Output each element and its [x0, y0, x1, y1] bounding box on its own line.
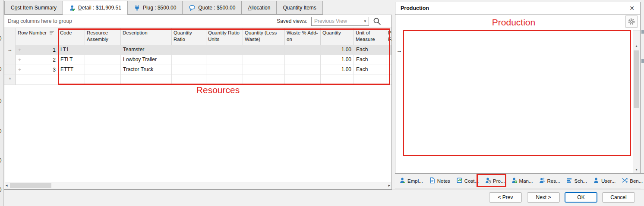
grid-cell[interactable]	[58, 75, 85, 85]
grid-cell[interactable]	[121, 75, 172, 85]
column-header-quantity-ratio-units[interactable]: Quantity Ratio Units	[206, 28, 243, 45]
column-header-pr-fa[interactable]: Pr Fa	[386, 28, 391, 45]
scroll-down-icon[interactable]: ▾	[633, 168, 640, 172]
grid-row[interactable]: →+1LT1Teamster1.00Each	[4, 45, 391, 55]
grid-cell[interactable]	[243, 75, 285, 85]
grid-cell[interactable]	[386, 75, 391, 85]
column-header-quantity-ratio[interactable]: Quantity Ratio	[172, 28, 206, 45]
grid-cell[interactable]	[172, 75, 206, 85]
grid-cell[interactable]: 1.00	[321, 55, 354, 65]
column-header-description[interactable]: Description	[121, 28, 172, 45]
tab-quantity-items[interactable]: Quantity Items	[276, 1, 322, 15]
grid-cell[interactable]	[386, 55, 391, 65]
column-header-quantity[interactable]: Quantity	[321, 28, 354, 45]
grid-cell[interactable]: +3	[16, 65, 58, 75]
toolbar-button-empl[interactable]: Empl...	[397, 176, 426, 186]
grid-cell[interactable]	[321, 75, 354, 85]
grid-cell[interactable]	[206, 45, 243, 55]
grid-row[interactable]: *	[4, 75, 391, 85]
expand-icon[interactable]: +	[18, 57, 21, 63]
scrollbar-thumb[interactable]	[634, 50, 639, 108]
grid-cell[interactable]	[16, 75, 58, 85]
grid-cell[interactable]: +1	[16, 45, 58, 55]
grid-cell[interactable]: ETLT	[58, 55, 85, 65]
grid-cell[interactable]	[285, 65, 321, 75]
grid-cell[interactable]	[386, 45, 391, 55]
search-icon[interactable]	[373, 17, 381, 25]
grid-cell[interactable]: 1.00	[321, 65, 354, 75]
expand-icon[interactable]: +	[18, 47, 21, 53]
benchmark-icon	[622, 177, 628, 184]
grid-cell[interactable]	[172, 45, 206, 55]
gear-icon[interactable]	[625, 16, 638, 28]
scroll-left-icon[interactable]: ◂	[6, 183, 8, 187]
grid-row[interactable]: +2ETLTLowboy Trailer1.00Each	[4, 55, 391, 65]
window-edge-fragment: e)	[0, 98, 2, 103]
grid-cell[interactable]	[285, 55, 321, 65]
grid-cell[interactable]: Each	[354, 45, 386, 55]
grid-cell[interactable]	[85, 75, 121, 85]
grid-cell[interactable]: Teamster	[121, 45, 172, 55]
column-header-quantity-less-waste[interactable]: Quantity (Less Waste)	[243, 28, 285, 45]
toolbar-button-res[interactable]: Res...	[537, 176, 563, 186]
column-header-waste-add-on[interactable]: Waste % Add-on	[285, 28, 321, 45]
grid-cell[interactable]: ETTT	[58, 65, 85, 75]
sort-icon[interactable]	[49, 31, 55, 36]
expand-icon[interactable]: +	[18, 67, 21, 73]
grid-cell[interactable]	[172, 65, 206, 75]
chevron-down-icon[interactable]: ▾	[364, 19, 366, 23]
tab-allocation[interactable]: Allocation	[241, 1, 276, 15]
cancel-button[interactable]: Cancel	[602, 192, 635, 203]
grid-cell[interactable]: +2	[16, 55, 58, 65]
grid-cell[interactable]	[243, 65, 285, 75]
tab-plug-500-00[interactable]: Plug : $500.00	[127, 1, 182, 15]
column-header-resource-assembly[interactable]: Resource Assembly	[85, 28, 121, 45]
scroll-right-icon[interactable]: ▸	[388, 183, 390, 187]
column-header-row-number[interactable]: Row Number	[16, 28, 58, 45]
toolbar-button-man[interactable]: Man...	[508, 176, 536, 186]
grid-cell[interactable]: Tractor Truck	[121, 65, 172, 75]
tab-bar: Cost Item SummaryDetail : $11,909.51Plug…	[4, 1, 323, 15]
close-icon[interactable]: ✕	[629, 5, 635, 12]
grid-cell[interactable]	[85, 55, 121, 65]
detail-panel: Drag columns here to group Saved views: …	[4, 15, 392, 190]
scroll-up-icon[interactable]: ▴	[633, 44, 640, 48]
toolbar-button-sch[interactable]: Sch...	[564, 176, 590, 186]
toolbar-button-pro[interactable]: Pro...	[482, 176, 507, 186]
grid-cell[interactable]	[85, 45, 121, 55]
tab-cost-item-summary[interactable]: Cost Item Summary	[4, 1, 63, 15]
grid-cell[interactable]	[285, 45, 321, 55]
toolbar-button-notes[interactable]: Notes	[426, 176, 453, 186]
prev-button[interactable]: < Prev	[489, 192, 522, 203]
grid-cell[interactable]	[386, 65, 391, 75]
column-header-code[interactable]: Code	[58, 28, 85, 45]
schedule-icon	[566, 177, 573, 184]
grid-cell[interactable]: 1.00	[321, 45, 354, 55]
column-header-unit-of-measure[interactable]: Unit of Measure	[354, 28, 386, 45]
tab-detail-11-909-51[interactable]: Detail : $11,909.51	[63, 1, 127, 15]
scrollbar-thumb[interactable]	[10, 183, 51, 188]
grid-cell[interactable]	[206, 75, 243, 85]
grid-cell[interactable]: LT1	[58, 45, 85, 55]
grid-cell[interactable]	[206, 55, 243, 65]
next-button[interactable]: Next >	[527, 192, 560, 203]
vertical-scrollbar[interactable]: ▴ ▾	[633, 30, 640, 173]
toolbar-button-ben[interactable]: Ben...	[619, 176, 644, 186]
ok-button[interactable]: OK	[565, 192, 597, 203]
grid-cell[interactable]	[172, 55, 206, 65]
grid-cell[interactable]	[243, 55, 285, 65]
grid-cell[interactable]: Lowboy Trailer	[121, 55, 172, 65]
grid-cell[interactable]	[206, 65, 243, 75]
grid-cell[interactable]	[243, 45, 285, 55]
toolbar-button-cost[interactable]: Cost...	[454, 176, 481, 186]
toolbar-button-user[interactable]: User...	[590, 176, 618, 186]
grid-cell[interactable]: Each	[354, 55, 386, 65]
grid-cell[interactable]: Each	[354, 65, 386, 75]
horizontal-scrollbar[interactable]: ◂ ▸	[5, 182, 391, 189]
grid-cell[interactable]	[354, 75, 386, 85]
tab-quote-500-00[interactable]: Quote : $500.00	[182, 1, 241, 15]
grid-cell[interactable]	[285, 75, 321, 85]
grid-row[interactable]: +3ETTTTractor Truck1.00Each	[4, 65, 391, 75]
grid-cell[interactable]	[85, 65, 121, 75]
saved-views-dropdown[interactable]: Previous View ▾	[311, 17, 369, 26]
